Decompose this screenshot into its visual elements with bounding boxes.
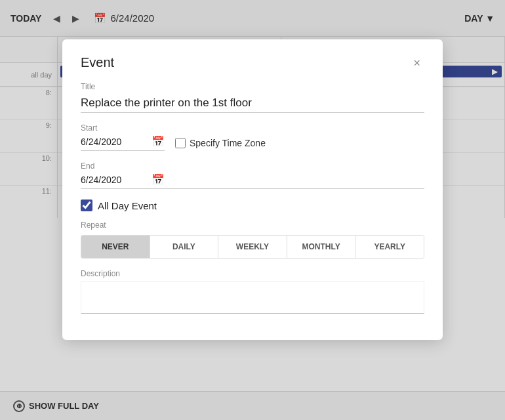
repeat-weekly-button[interactable]: WEEKLY <box>218 236 287 258</box>
modal-overlay: Event × Title Start 📅 Specify <box>0 0 505 420</box>
timezone-checkbox[interactable] <box>175 138 186 148</box>
end-label: End <box>81 161 424 171</box>
allday-event-label: All Day Event <box>98 200 157 211</box>
end-group: End 📅 <box>81 161 424 189</box>
modal-title: Event <box>81 55 114 70</box>
start-date-row: 📅 Specify Time Zone <box>81 135 424 151</box>
start-calendar-button[interactable]: 📅 <box>152 135 165 148</box>
timezone-label: Specify Time Zone <box>190 138 266 148</box>
description-label: Description <box>81 269 424 278</box>
start-label: Start <box>81 123 424 133</box>
calendar-container: TODAY ◀ ▶ 📅 6/24/2020 DAY ▼ Wed, 6/24 Th… <box>0 0 505 420</box>
timezone-wrap: Specify Time Zone <box>175 138 266 148</box>
description-textarea[interactable] <box>81 281 424 314</box>
repeat-label: Repeat <box>81 220 424 230</box>
allday-checkbox[interactable] <box>81 200 92 211</box>
start-date-input[interactable] <box>81 136 146 147</box>
title-input[interactable] <box>81 94 424 113</box>
modal-close-button[interactable]: × <box>409 56 424 70</box>
start-date-wrap: 📅 <box>81 135 165 151</box>
event-modal: Event × Title Start 📅 Specify <box>62 39 443 340</box>
repeat-monthly-button[interactable]: MONTHLY <box>287 236 356 258</box>
allday-event-wrap: All Day Event <box>81 200 424 211</box>
title-group: Title <box>81 82 424 113</box>
modal-header: Event × <box>81 55 424 70</box>
end-calendar-button[interactable]: 📅 <box>152 173 165 186</box>
end-date-wrap: 📅 <box>81 173 424 189</box>
repeat-daily-button[interactable]: DAILY <box>150 236 219 258</box>
title-label: Title <box>81 82 424 91</box>
end-date-input[interactable] <box>81 175 146 185</box>
repeat-group: NEVER DAILY WEEKLY MONTHLY YEARLY <box>81 235 424 259</box>
description-group: Description <box>81 269 424 316</box>
repeat-never-button[interactable]: NEVER <box>81 236 150 258</box>
repeat-yearly-button[interactable]: YEARLY <box>355 236 424 258</box>
start-group: Start 📅 Specify Time Zone <box>81 123 424 151</box>
